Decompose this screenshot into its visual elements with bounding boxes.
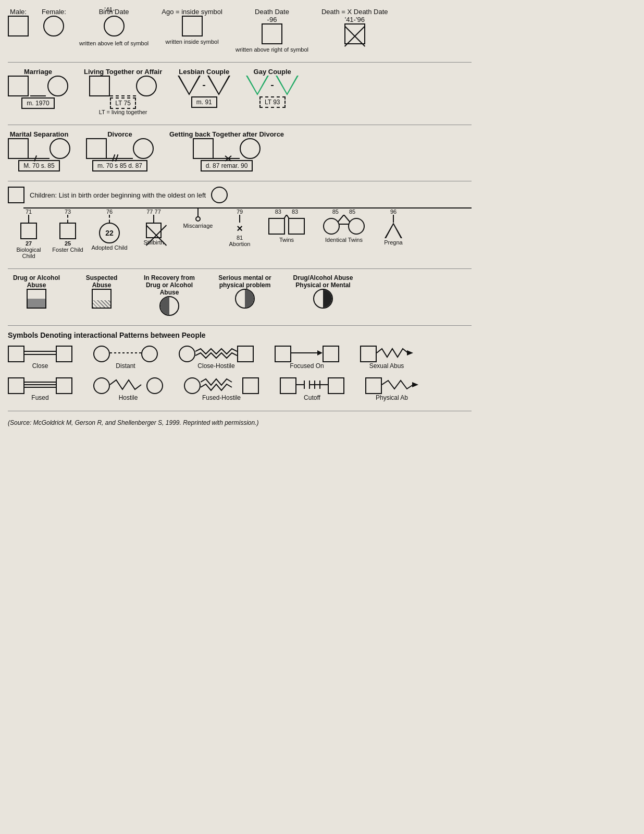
miscarriage-dot	[195, 216, 201, 222]
in-recovery: In Recovery from Drug or Alcohol Abuse	[138, 274, 201, 316]
parent-circle	[211, 187, 228, 203]
female-circle	[43, 16, 64, 36]
focused-arrow-icon	[291, 346, 323, 362]
hostile-icon	[110, 378, 146, 394]
foster-child-square	[59, 223, 76, 239]
close-left	[8, 346, 24, 362]
twins: 83 83 Twins	[263, 208, 310, 243]
source-text: (Source: McGoldrick M, Gerson R, and She…	[8, 419, 472, 426]
close-hostile-icon	[195, 346, 237, 362]
drug-mental: Drug/Alcohol Abuse Physical or Mental	[289, 274, 357, 309]
cutoff-icon	[296, 378, 328, 394]
male-square	[8, 16, 29, 36]
svg-marker-12	[407, 350, 413, 355]
hostile-pattern: Hostile	[93, 377, 163, 401]
x-mark-divorce-icon	[224, 155, 232, 162]
abortion: 79 × 81 Abortion	[224, 208, 255, 247]
getting-back-symbol: Getting back Together after Divorce d. 8…	[169, 130, 284, 171]
pregnancy-triangle	[385, 223, 402, 238]
divorce-symbol: Divorce m. 70 s 85 d. 87	[86, 130, 154, 171]
focused-left	[275, 346, 291, 362]
death-date-symbol: Death Date-96 written above right of sym…	[236, 8, 308, 53]
female-symbol: Female:	[42, 8, 66, 36]
pa-left	[365, 377, 382, 394]
lesbian-1	[178, 76, 201, 95]
fused-right	[56, 377, 72, 394]
living-together-symbol: Living Together or Affair LT 75 LT = liv…	[84, 68, 162, 115]
drug-mental-circle	[313, 289, 333, 309]
patterns-row-1: Close Distant Close-Hosti	[8, 346, 472, 370]
bio-child-square	[20, 223, 37, 239]
separation-symbols-section: Marital Separation M. 70 s. 85 Divorce	[8, 130, 472, 171]
sep-female	[49, 138, 70, 159]
ago-symbol: Ago = inside symbol written inside symbo…	[162, 8, 222, 45]
stillbirth: 77 77 Stillbirth	[135, 208, 172, 246]
fused-pattern: Fused	[8, 377, 72, 401]
fh-right	[242, 377, 259, 394]
drug-alcohol-abuse: Drug or Alcohol Abuse	[8, 274, 65, 309]
basic-symbols-section: Male: Female: Birth Date '41- written ab…	[8, 8, 472, 53]
identical-twin2-circle	[348, 218, 365, 235]
suspected-square	[92, 289, 112, 309]
cutoff-pattern: Cutoff	[280, 377, 344, 401]
male-symbol: Male:	[8, 8, 29, 36]
death-x-square	[344, 23, 365, 44]
patterns-row-2: Fused Hostile Fused-Hosti	[8, 377, 472, 401]
birth-date-symbol: Birth Date '41- written above left of sy…	[79, 8, 148, 46]
distant-left	[93, 346, 110, 362]
ch-right	[237, 346, 254, 362]
suspected-abuse: Suspected Abuse	[78, 274, 125, 309]
distant-right	[141, 346, 158, 362]
abortion-x: ×	[237, 223, 243, 235]
ch-left	[179, 346, 195, 362]
identical-twins: 85 85 Identical Twins	[318, 208, 370, 243]
cutoff-right	[328, 377, 344, 394]
fh-left	[184, 377, 201, 394]
sa-left	[360, 346, 377, 362]
sexual-abuse-pattern: Sexual Abus	[360, 346, 413, 370]
identical-twin1-circle	[323, 218, 340, 235]
gay-1	[246, 76, 269, 95]
physical-abuse-icon	[382, 378, 418, 394]
fused-left	[8, 377, 24, 394]
sep-male	[8, 138, 29, 159]
recovery-circle	[159, 296, 179, 316]
fused-hostile-pattern: Fused-Hostile	[184, 377, 259, 401]
miscarriage: Miscarriage	[180, 208, 216, 229]
serious-mental: Serious mental or physical problem	[214, 274, 276, 309]
adopted-child: 76 22 Adopted Child	[91, 208, 128, 251]
close-hostile-pattern: Close-Hostile	[179, 346, 254, 370]
close-right	[56, 346, 72, 362]
foster-child: 73 25 Foster Child	[52, 208, 83, 253]
twin1-square	[268, 218, 285, 235]
sexual-abuse-icon	[377, 346, 413, 362]
mental-circle	[235, 289, 255, 309]
div-female	[133, 138, 154, 159]
close-pattern: Close	[8, 346, 72, 370]
focused-right	[323, 346, 339, 362]
adopted-circle: 22	[99, 223, 120, 243]
lt-male	[89, 76, 110, 96]
drug-alcohol-square	[27, 289, 46, 309]
hostile-right	[146, 377, 163, 394]
gay-2	[276, 76, 299, 95]
twin2-square	[288, 218, 305, 235]
separation-symbol: Marital Separation M. 70 s. 85	[8, 130, 70, 171]
children-section: Children: List in birth order beginning …	[8, 187, 472, 259]
back-male	[193, 138, 214, 159]
marriage-symbol: Marriage m. 1970	[8, 68, 68, 109]
stillbirth-square	[146, 223, 162, 238]
fused-lines-icon	[24, 378, 56, 394]
fused-hostile-icon	[201, 378, 242, 394]
distant-pattern: Distant	[93, 346, 158, 370]
svg-marker-11	[317, 350, 323, 355]
div-male	[86, 138, 107, 159]
ago-square	[182, 16, 203, 36]
close-lines-icon	[24, 346, 56, 362]
distant-line-icon	[110, 346, 141, 362]
death-date-square	[262, 23, 282, 44]
back-female	[240, 138, 261, 159]
death-x-symbol: Death = X Death Date'41-'96	[321, 8, 388, 44]
gay-symbol: Gay Couple LT 93	[246, 68, 299, 108]
hostile-left	[93, 377, 110, 394]
